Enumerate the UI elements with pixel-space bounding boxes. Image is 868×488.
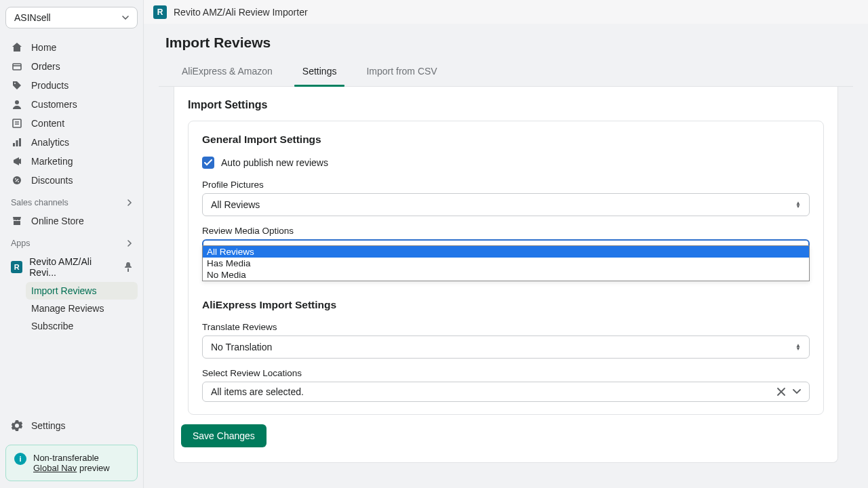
dropdown-option-has-media[interactable]: Has Media bbox=[203, 258, 809, 269]
primary-nav: Home Orders Products Customers Content A… bbox=[5, 38, 138, 190]
general-settings-heading: General Import Settings bbox=[202, 134, 810, 146]
analytics-icon bbox=[11, 136, 23, 148]
store-selector[interactable]: ASINsell bbox=[5, 7, 138, 28]
app-bar: R Revito AMZ/Ali Review Importer bbox=[144, 0, 868, 24]
svg-point-2 bbox=[15, 100, 19, 104]
products-icon bbox=[11, 79, 23, 92]
tab-import-csv[interactable]: Import from CSV bbox=[351, 56, 452, 86]
select-arrows-icon: ▲▼ bbox=[795, 201, 801, 208]
nav-discounts[interactable]: Discounts bbox=[5, 171, 138, 190]
nav-home[interactable]: Home bbox=[5, 38, 138, 57]
svg-point-8 bbox=[15, 178, 16, 180]
settings-panel: Import Settings General Import Settings … bbox=[174, 87, 838, 463]
pin-icon[interactable] bbox=[124, 262, 132, 272]
tabs-container: AliExpress & Amazon Settings Import from… bbox=[144, 56, 868, 463]
svg-point-9 bbox=[18, 181, 19, 182]
preview-notice: i Non-transferable Global Nav preview bbox=[5, 445, 138, 481]
svg-rect-0 bbox=[13, 64, 21, 70]
review-locations-label: Select Review Locations bbox=[202, 368, 810, 378]
app-revito[interactable]: R Revito AMZ/Ali Revi... bbox=[5, 252, 138, 282]
home-icon bbox=[11, 41, 23, 54]
app-logo-icon: R bbox=[153, 5, 167, 19]
translate-reviews-select[interactable]: No Translation ▲▼ bbox=[202, 336, 810, 359]
settings-nav: Settings bbox=[5, 416, 138, 435]
marketing-icon bbox=[11, 155, 23, 167]
customers-icon bbox=[11, 98, 23, 110]
app-bar-title: Revito AMZ/Ali Review Importer bbox=[174, 7, 308, 18]
profile-pictures-select[interactable]: All Reviews ▲▼ bbox=[202, 193, 810, 216]
app-subnav: Import Reviews Manage Reviews Subscribe bbox=[5, 282, 138, 335]
review-locations-select[interactable]: All items are selected. bbox=[202, 382, 810, 402]
nav-marketing[interactable]: Marketing bbox=[5, 152, 138, 171]
auto-publish-label: Auto publish new reviews bbox=[221, 157, 328, 168]
page-title: Import Reviews bbox=[165, 35, 846, 51]
sales-channels: Online Store bbox=[5, 211, 138, 230]
dropdown-option-no-media[interactable]: No Media bbox=[203, 269, 809, 281]
chevron-down-icon bbox=[122, 16, 129, 20]
svg-point-1 bbox=[14, 83, 16, 84]
tab-aliexpress-amazon[interactable]: AliExpress & Amazon bbox=[167, 56, 288, 86]
orders-icon bbox=[11, 60, 23, 73]
settings-card: General Import Settings Auto publish new… bbox=[188, 121, 824, 415]
translate-reviews-label: Translate Reviews bbox=[202, 322, 810, 332]
main: R Revito AMZ/Ali Review Importer Import … bbox=[144, 0, 868, 488]
nav-customers[interactable]: Customers bbox=[5, 95, 138, 114]
chevron-right-icon[interactable] bbox=[127, 240, 132, 247]
media-options-dropdown: All Reviews Has Media No Media bbox=[202, 245, 810, 281]
profile-pictures-label: Profile Pictures bbox=[202, 180, 810, 190]
gear-icon bbox=[11, 420, 23, 432]
page-header: Import Reviews bbox=[144, 24, 868, 56]
nav-online-store[interactable]: Online Store bbox=[5, 211, 138, 230]
global-nav-link[interactable]: Global Nav bbox=[33, 463, 77, 473]
subnav-import-reviews[interactable]: Import Reviews bbox=[26, 282, 138, 300]
apps-header: Apps bbox=[5, 230, 138, 252]
import-settings-heading: Import Settings bbox=[188, 99, 824, 111]
clear-icon[interactable] bbox=[776, 387, 786, 396]
subnav-subscribe[interactable]: Subscribe bbox=[26, 317, 138, 335]
media-options-label: Review Media Options bbox=[202, 226, 810, 236]
store-icon bbox=[11, 215, 23, 227]
chevron-down-icon[interactable] bbox=[793, 389, 801, 394]
select-arrows-icon: ▲▼ bbox=[795, 344, 801, 350]
nav-content[interactable]: Content bbox=[5, 114, 138, 133]
tab-settings[interactable]: Settings bbox=[288, 56, 352, 86]
nav-analytics[interactable]: Analytics bbox=[5, 133, 138, 152]
svg-rect-3 bbox=[13, 119, 21, 127]
content-icon bbox=[11, 117, 23, 129]
save-button[interactable]: Save Changes bbox=[181, 424, 267, 447]
store-name: ASINsell bbox=[14, 12, 51, 23]
svg-rect-5 bbox=[16, 140, 18, 146]
nav-settings[interactable]: Settings bbox=[5, 416, 138, 435]
svg-rect-6 bbox=[19, 138, 21, 146]
dropdown-option-all-reviews[interactable]: All Reviews bbox=[203, 246, 809, 258]
nav-orders[interactable]: Orders bbox=[5, 57, 138, 76]
nav-products[interactable]: Products bbox=[5, 76, 138, 95]
auto-publish-checkbox[interactable] bbox=[202, 157, 214, 169]
discounts-icon bbox=[11, 174, 23, 186]
svg-rect-4 bbox=[13, 143, 15, 146]
sidebar: ASINsell Home Orders Products Customers … bbox=[0, 0, 144, 488]
aliexpress-settings-heading: AliExpress Import Settings bbox=[202, 299, 810, 311]
subnav-manage-reviews[interactable]: Manage Reviews bbox=[26, 300, 138, 317]
auto-publish-field: Auto publish new reviews bbox=[202, 157, 810, 169]
tabs: AliExpress & Amazon Settings Import from… bbox=[159, 56, 853, 87]
chevron-right-icon[interactable] bbox=[127, 199, 132, 206]
info-icon: i bbox=[14, 453, 26, 465]
app-logo-icon: R bbox=[11, 261, 22, 273]
sales-channels-header: Sales channels bbox=[5, 190, 138, 211]
